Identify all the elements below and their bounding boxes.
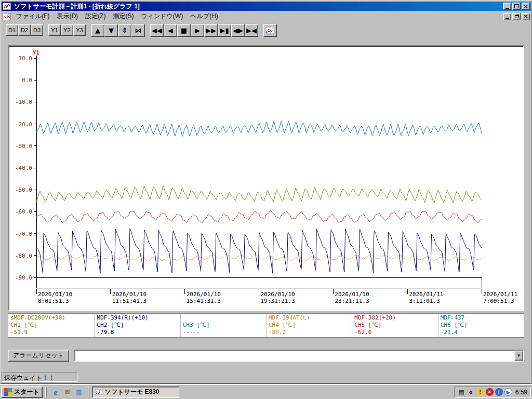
child-restore-button[interactable] xyxy=(512,13,521,20)
menu-file[interactable]: ファイル(F) xyxy=(12,11,53,22)
time-range-selector[interactable] xyxy=(36,277,482,288)
scroll-down-button[interactable]: ▼ xyxy=(104,24,118,37)
collapse-tray-icon[interactable]: « xyxy=(467,388,475,396)
legend-channel-value: -51.9 xyxy=(10,329,92,336)
alarm-combobox-value[interactable] xyxy=(75,351,514,361)
show-desktop-icon[interactable]: ▦ xyxy=(74,387,84,397)
menu-help[interactable]: ヘルプ(H) xyxy=(187,11,222,22)
line-graph-button[interactable] xyxy=(263,24,277,37)
title-bar: ソフトサーモ計測－計測1 - [折れ線グラフ 1] × xyxy=(2,2,531,11)
fast-forward-button[interactable]: ▶▶ xyxy=(204,24,218,37)
y-tick-label: -20.0 xyxy=(15,121,32,128)
alert-tray-icon[interactable]: ! xyxy=(476,388,484,396)
legend-channel-1: sMDF-DC200V(+30)CH1 [℃]-51.9 xyxy=(8,314,94,337)
maximize-button[interactable] xyxy=(512,3,521,10)
legend-channel-value: -80.2 xyxy=(269,329,350,336)
expand-time-button[interactable]: ◀▶ xyxy=(231,24,245,37)
toolbar: D1D2D3 Y1Y2Y3 ▲▼⇕⋈ ◀◀◀■▶▶▶▶▮◀▶▶◀ xyxy=(2,22,531,38)
series-CH2 xyxy=(36,229,482,273)
display-button-d1[interactable]: D1 xyxy=(6,24,18,36)
legend-sensor-name: MDF-394(R)(+10) xyxy=(97,314,178,322)
legend-sensor-name: MDF-437 xyxy=(441,314,522,322)
child-window-icon xyxy=(3,13,11,20)
legend-channel-value: -79.8 xyxy=(97,329,178,336)
legend-channel-label: CH2 [℃] xyxy=(97,322,178,329)
step-forward-button[interactable]: ▶ xyxy=(191,24,204,37)
child-close-button[interactable]: × xyxy=(522,13,530,20)
legend-channel-6: MDF-437CH6 [℃]-21.4 xyxy=(438,314,524,337)
y-tick-label: -80.0 xyxy=(15,252,32,259)
fast-rewind-button[interactable]: ◀◀ xyxy=(150,24,164,37)
legend-channel-2: MDF-394(R)(+10)CH2 [℃]-79.8 xyxy=(94,314,180,337)
axis-button-y2[interactable]: Y2 xyxy=(61,24,73,36)
legend-sensor-name: MDF-394AT(L) xyxy=(269,314,350,322)
legend-channel-3: CH3 [℃]----- xyxy=(180,314,266,337)
close-icon: × xyxy=(523,4,528,9)
status-message: 保存ウェイト！！ xyxy=(2,372,77,382)
display-button-d3[interactable]: D3 xyxy=(31,24,43,36)
legend-channel-value: -21.4 xyxy=(441,329,522,336)
legend-sensor-name: sMDF-DC200V(+30) xyxy=(10,314,92,322)
series-CH6 xyxy=(36,121,482,137)
compress-vertical-button[interactable]: ⋈ xyxy=(131,24,145,37)
nav-buttons: ◀◀◀■▶▶▶▶▮◀▶▶◀ xyxy=(150,24,258,37)
scroll-up-button[interactable]: ▲ xyxy=(91,24,104,37)
fit-vertical-button[interactable]: ⇕ xyxy=(118,24,131,37)
taskbar-task-button[interactable]: ソフトサーモ E830 xyxy=(92,387,179,398)
internet-explorer-icon[interactable]: e xyxy=(51,387,61,397)
display-button-d2[interactable]: D2 xyxy=(18,24,31,36)
child-minimize-button[interactable] xyxy=(503,13,511,20)
legend-channel-label: CH4 [℃] xyxy=(269,322,350,329)
alarm-row: アラームリセット ▼ xyxy=(8,350,524,362)
y-axis-title: Y1 xyxy=(33,49,40,56)
legend-channel-label: CH6 [℃] xyxy=(441,322,522,329)
info-tray-icon[interactable]: i xyxy=(495,388,503,396)
skip-to-end-button[interactable]: ▶▮ xyxy=(218,24,231,37)
security-tray-icon[interactable]: × xyxy=(486,388,494,396)
taskbar-divider xyxy=(88,387,89,397)
menu-window[interactable]: ウィンドウ(W) xyxy=(137,11,187,22)
y-tick-label: -40.0 xyxy=(15,165,32,171)
collapse-time-button[interactable]: ▶◀ xyxy=(245,24,258,37)
maximize-icon xyxy=(514,4,519,8)
close-button[interactable]: × xyxy=(522,3,530,10)
series-CH1 xyxy=(36,186,482,203)
input-method-tray-icon[interactable]: ▤ xyxy=(458,388,466,396)
legend-channel-value: ----- xyxy=(183,329,264,336)
desktop: ソフトサーモ計測－計測1 - [折れ線グラフ 1] × ファイル(F)表示(D)… xyxy=(0,0,532,399)
windows-logo-icon xyxy=(4,388,12,396)
stop-button[interactable]: ■ xyxy=(177,24,191,37)
legend-channel-5: MDF-382(+20)CH5 [℃]-62.6 xyxy=(352,314,437,337)
alarm-reset-button[interactable]: アラームリセット xyxy=(8,350,69,362)
combobox-dropdown-button[interactable]: ▼ xyxy=(514,351,523,361)
window-title: ソフトサーモ計測－計測1 - [折れ線グラフ 1] xyxy=(14,2,501,11)
menu-view[interactable]: 表示(D) xyxy=(53,11,82,22)
x-tick-time: 3:11:01.3 xyxy=(409,298,440,304)
start-button[interactable]: スタート xyxy=(1,387,43,398)
system-tray: ▤«!×i▶ 6:59 xyxy=(454,387,531,398)
minimize-button[interactable] xyxy=(503,3,511,10)
menu-settings[interactable]: 設定(Z) xyxy=(82,11,109,22)
x-tick-date: 2026/01/11 xyxy=(409,291,443,298)
chart-panel: Y110.00.0-10.0-20.0-30.0-40.0-50.0-60.0-… xyxy=(8,45,524,311)
start-label: スタート xyxy=(14,388,39,396)
step-back-button[interactable]: ◀ xyxy=(164,24,177,37)
legend-channel-label: CH5 [℃] xyxy=(354,322,435,329)
alarm-combobox[interactable]: ▼ xyxy=(74,350,524,362)
minimize-icon xyxy=(506,8,509,9)
taskbar-divider xyxy=(45,387,47,397)
x-tick-date: 2026/01/10 xyxy=(335,291,369,298)
axis-button-y3[interactable]: Y3 xyxy=(73,24,86,36)
legend-channel-4: MDF-394AT(L)CH4 [℃]-80.2 xyxy=(266,314,352,337)
legend-sensor-name: MDF-382(+20) xyxy=(354,314,435,322)
menu-measure[interactable]: 測定(S) xyxy=(109,11,137,22)
mail-icon[interactable]: ✉ xyxy=(62,387,72,397)
app-icon xyxy=(3,3,11,10)
media-tray-icon[interactable]: ▶ xyxy=(504,388,512,396)
taskbar: スタート e✉▦ ソフトサーモ E830 ▤«!×i▶ 6:59 xyxy=(0,384,532,399)
channel-legend: sMDF-DC200V(+30)CH1 [℃]-51.9MDF-394(R)(+… xyxy=(8,313,524,338)
display-buttons: D1D2D3 xyxy=(6,24,43,36)
y-tick-label: 10.0 xyxy=(19,55,33,62)
y-tick-label: -30.0 xyxy=(15,143,32,150)
axis-button-y1[interactable]: Y1 xyxy=(48,24,61,36)
